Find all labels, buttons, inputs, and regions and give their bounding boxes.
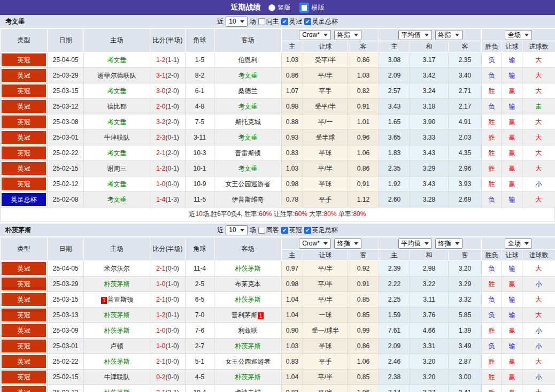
home-team-name[interactable]: 考文垂 — [107, 149, 127, 157]
recent-count-select[interactable]: 10 — [226, 225, 247, 235]
away-team-name[interactable]: 考文垂 — [238, 165, 258, 172]
league-badge[interactable]: 英冠 — [2, 386, 46, 392]
league-badge[interactable]: 英冠 — [2, 162, 46, 175]
filter-checkbox-同客[interactable]: 同客 — [258, 226, 279, 235]
filter-checkbox-英足总杯[interactable]: ✔英足总杯 — [304, 17, 338, 26]
league-badge[interactable]: 英冠 — [2, 262, 46, 275]
league-badge[interactable]: 英冠 — [2, 309, 46, 321]
away-team-name[interactable]: 朴茨茅斯 — [235, 342, 261, 350]
corner-cell: 4-5 — [186, 370, 214, 385]
filter-checkbox-英足总杯[interactable]: ✔英足总杯 — [304, 226, 338, 235]
home-team-name[interactable]: 德比郡 — [107, 103, 127, 110]
home-team-name[interactable]: 朴茨茅斯 — [104, 358, 130, 365]
away-team-name[interactable]: 朴茨茅斯 — [235, 265, 261, 272]
crown-home-odds: 1.07 — [282, 83, 303, 99]
home-team-name[interactable]: 考文垂 — [107, 118, 127, 126]
league-badge[interactable]: 英冠 — [2, 100, 46, 113]
home-team-name[interactable]: 考文垂 — [107, 196, 127, 203]
average-odds-select[interactable]: 平均值 — [398, 30, 432, 40]
home-team-name[interactable]: 朴茨茅斯 — [104, 311, 130, 319]
league-badge[interactable]: 英冠 — [2, 293, 46, 306]
home-team-name[interactable]: 牛津联队 — [104, 373, 130, 381]
league-badge[interactable]: 英冠 — [2, 355, 46, 368]
avg-away-odds: 2.17 — [449, 99, 482, 114]
league-badge[interactable]: 英冠 — [2, 131, 46, 144]
layout-radio-vertical[interactable]: 竖版 — [268, 3, 291, 12]
league-badge[interactable]: 英冠 — [2, 53, 46, 66]
match-row: 英冠25-02-22朴茨茅斯2-1(0-0)5-1女王公园巡游者0.83平手1.… — [1, 354, 555, 370]
match-scope-select[interactable]: 全场 — [505, 30, 532, 40]
home-team-name[interactable]: 朴茨茅斯 — [104, 327, 130, 334]
match-row: 英冠25-03-29朴茨茅斯1-0(1-0)2-5布莱克本0.98平/半0.91… — [1, 276, 555, 292]
score-cell: 2-3(0-1) — [150, 130, 186, 145]
date-cell: 25-03-01 — [48, 130, 84, 145]
away-team-name[interactable]: 朴茨茅斯 — [235, 373, 261, 381]
crown-away-odds: 0.82 — [348, 83, 379, 99]
column-header: 客场 — [214, 29, 282, 52]
away-team-cell: 朴茨茅斯 — [214, 292, 282, 308]
score-cell: 1-0(0-0) — [150, 323, 186, 339]
away-team-name[interactable]: 普雷斯顿 — [235, 149, 261, 157]
home-team-name[interactable]: 米尔沃尔 — [104, 265, 130, 272]
recent-count-select[interactable]: 10 — [226, 17, 247, 27]
crown-company-select[interactable]: Crow* — [299, 30, 331, 40]
away-team-name[interactable]: 朴茨茅斯 — [235, 296, 261, 303]
crown-final-index-select[interactable]: 终指 — [334, 30, 361, 40]
match-scope-select[interactable]: 全场 — [505, 239, 532, 249]
avg-final-index-select[interactable]: 终指 — [435, 30, 462, 40]
league-badge[interactable]: 英冠 — [2, 278, 46, 290]
layout-radio-horizontal[interactable]: 横版 — [299, 3, 325, 13]
league-badge[interactable]: 英冠 — [2, 69, 46, 82]
home-team-name[interactable]: 谢周三 — [107, 165, 127, 172]
home-team-name[interactable]: 牛津联队 — [104, 134, 130, 141]
away-team-name[interactable]: 卡迪夫城 — [235, 389, 261, 392]
away-team-name[interactable]: 女王公园巡游者 — [226, 358, 271, 365]
home-team-name[interactable]: 考文垂 — [107, 180, 127, 188]
league-badge[interactable]: 英冠 — [2, 340, 46, 352]
away-team-cell: 考文垂 — [214, 68, 282, 83]
home-team-name[interactable]: 考文垂 — [107, 87, 127, 95]
league-badge[interactable]: 英冠 — [2, 116, 46, 128]
away-team-name[interactable]: 考文垂 — [238, 134, 258, 141]
avg-home-odds: 2.09 — [379, 68, 410, 83]
filter-checkbox-英冠[interactable]: ✔英冠 — [281, 226, 302, 235]
score-cell: 1-0(0-0) — [150, 176, 186, 192]
away-team-cell: 伯恩利 — [214, 52, 282, 68]
home-team-name[interactable]: 考文垂 — [107, 56, 127, 64]
avg-draw-odds: 3.31 — [410, 339, 449, 354]
home-team-name[interactable]: 谢菲尔德联队 — [98, 72, 136, 79]
away-team-name[interactable]: 利兹联 — [238, 327, 258, 334]
league-badge[interactable]: 英冠 — [2, 371, 46, 383]
away-team-cell: 卡迪夫城 — [214, 385, 282, 392]
crown-handicap: 半球 — [303, 176, 348, 192]
league-badge[interactable]: 英冠 — [2, 84, 46, 97]
away-team-name[interactable]: 伊普斯维奇 — [232, 196, 264, 203]
away-team-name[interactable]: 斯托克城 — [235, 118, 261, 126]
league-badge[interactable]: 英足总杯 — [2, 193, 46, 206]
average-odds-select[interactable]: 平均值 — [398, 239, 432, 249]
check-icon: ✔ — [304, 227, 311, 234]
filter-checkbox-同主[interactable]: 同主 — [258, 17, 279, 26]
league-badge[interactable]: 英冠 — [2, 324, 46, 337]
home-team-name[interactable]: 卢顿 — [111, 342, 124, 350]
away-team-name[interactable]: 女王公园巡游者 — [226, 180, 271, 188]
away-team-name[interactable]: 考文垂 — [238, 103, 258, 110]
home-team-name[interactable]: 朴茨茅斯 — [104, 280, 130, 288]
crown-final-index-select[interactable]: 终指 — [334, 239, 361, 249]
away-team-name[interactable]: 布莱克本 — [235, 280, 261, 288]
away-team-cell: 桑德兰 — [214, 83, 282, 99]
away-team-name[interactable]: 伯恩利 — [238, 56, 258, 64]
away-team-name[interactable]: 普利茅斯 — [232, 311, 257, 319]
handicap-result-cell: 赢 — [502, 145, 522, 161]
away-team-name[interactable]: 桑德兰 — [238, 87, 258, 95]
filter-checkbox-英冠[interactable]: ✔英冠 — [281, 17, 302, 26]
home-team-name[interactable]: 朴茨茅斯 — [104, 389, 130, 392]
league-badge[interactable]: 英冠 — [2, 147, 46, 159]
league-badge[interactable]: 英冠 — [2, 178, 46, 190]
home-team-name[interactable]: 普雷斯顿 — [107, 296, 133, 303]
crown-handicap: 半/一 — [303, 114, 348, 130]
away-team-name[interactable]: 考文垂 — [238, 72, 258, 79]
match-type-cell: 英冠 — [1, 145, 48, 161]
crown-company-select[interactable]: Crow* — [299, 239, 331, 249]
avg-final-index-select[interactable]: 终指 — [435, 239, 462, 249]
